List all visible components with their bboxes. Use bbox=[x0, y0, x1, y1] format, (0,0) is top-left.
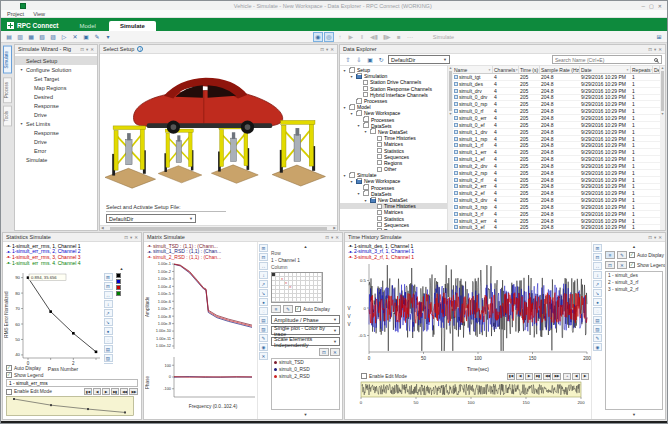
layout-icon[interactable]: ⊞ bbox=[654, 32, 664, 42]
transport-button[interactable]: ◀ bbox=[572, 373, 580, 380]
open-icon[interactable]: ▥ bbox=[15, 32, 25, 42]
column-header-channels[interactable]: Channels▼ bbox=[493, 66, 519, 73]
save-icon[interactable]: ▤ bbox=[4, 32, 14, 42]
cut-icon[interactable]: ✕ bbox=[70, 32, 80, 42]
trace-list-item[interactable]: simult_0_RSD bbox=[272, 366, 339, 373]
collapse-up-icon[interactable]: ▲ bbox=[271, 244, 340, 249]
tool-icon-9[interactable]: ▨ bbox=[104, 354, 113, 362]
tool-icon-7[interactable]: ◌ bbox=[104, 336, 113, 344]
panel-menu-icon[interactable]: ▾ bbox=[654, 235, 656, 240]
time-overview-strip[interactable]: 050100150200 bbox=[345, 381, 591, 405]
upload-icon[interactable]: ↑ bbox=[335, 32, 345, 42]
time-delete-button[interactable]: ✕ bbox=[617, 261, 627, 269]
column-header-date[interactable]: Date▼ bbox=[580, 66, 631, 73]
stats-overview-thumbnail[interactable] bbox=[6, 396, 138, 418]
panel-float-icon[interactable]: ⊡ bbox=[648, 235, 652, 240]
step-forward-icon[interactable]: ▮▶ bbox=[381, 32, 393, 42]
tool-icon-3[interactable]: ↕ bbox=[259, 271, 268, 279]
matrix-menu-button[interactable]: ≡ bbox=[271, 305, 281, 313]
tool-icon-8[interactable]: ▤ bbox=[259, 316, 268, 324]
search-input[interactable] bbox=[553, 57, 654, 63]
window-layout-icon[interactable]: ▨ bbox=[48, 32, 58, 42]
tool-icon-8[interactable]: ▤ bbox=[593, 316, 602, 324]
vertical-tab-simulate[interactable]: Simulate bbox=[3, 46, 12, 74]
menu-project[interactable]: Project bbox=[7, 11, 24, 17]
tool-icon-4[interactable]: ↗ bbox=[593, 280, 602, 288]
refresh-icon[interactable]: ↻ bbox=[376, 55, 386, 65]
panel-close-icon[interactable]: ✕ bbox=[90, 47, 94, 52]
tool-icon-11[interactable]: ◉ bbox=[259, 343, 268, 351]
tool-icon-2[interactable]: ↔ bbox=[259, 262, 268, 270]
panel-close-icon[interactable]: ✕ bbox=[335, 235, 339, 240]
transport-button[interactable]: ◀ bbox=[516, 373, 524, 380]
tool-icon-6[interactable]: ● bbox=[593, 298, 602, 306]
stats-auto-display[interactable]: ✓Auto Display bbox=[6, 365, 138, 371]
pause-icon[interactable]: ‖ bbox=[357, 32, 367, 42]
wizard-item-set-limits[interactable]: ▾Set Limits bbox=[15, 119, 97, 128]
column-header-time-s-[interactable]: Time (s)▼ bbox=[519, 66, 540, 73]
vertical-tab-process[interactable]: Process bbox=[3, 77, 12, 103]
explorer-dir-dropdown[interactable]: DefaultDir▼ bbox=[388, 55, 450, 64]
simulate-button[interactable]: Simulate bbox=[433, 34, 454, 40]
info-icon[interactable]: i bbox=[137, 46, 143, 52]
wizard-item-configure-solution[interactable]: ▾Configure Solution bbox=[15, 65, 97, 74]
transport-button[interactable]: ▶▮ bbox=[111, 388, 119, 395]
tool-icon-6[interactable]: ● bbox=[259, 298, 268, 306]
tool-icon-4[interactable]: ↗ bbox=[104, 309, 113, 317]
tool-icon-6[interactable]: ● bbox=[104, 327, 113, 335]
panel-menu-icon[interactable]: ▾ bbox=[326, 47, 328, 52]
time-trace-list[interactable]: 1 - simult_des2 - simult_3_rf3 - simult_… bbox=[605, 271, 663, 410]
trace-list-item[interactable]: 2 - simult_3_rf bbox=[606, 279, 662, 286]
trace-list-item[interactable]: 3 - simult_2_rf bbox=[606, 286, 662, 293]
color-swatch[interactable] bbox=[116, 273, 121, 278]
color-swatch[interactable] bbox=[116, 285, 121, 290]
time-copy-button[interactable]: ⊡ bbox=[605, 261, 615, 269]
stats-trace-list[interactable]: 1 - simult_err_rms bbox=[6, 379, 138, 387]
wizard-item-set-target[interactable]: Set Target bbox=[15, 74, 97, 83]
new-display-icon[interactable]: ▦ bbox=[26, 32, 36, 42]
panel-float-icon[interactable]: ⊡ bbox=[124, 235, 128, 240]
tool-icon-7[interactable]: ◌ bbox=[259, 307, 268, 315]
wizard-item-error[interactable]: Error bbox=[15, 146, 97, 155]
tool-icon-10[interactable]: ✎ bbox=[593, 334, 602, 342]
matrix-trace-list[interactable]: simult_TSDsimult_0_RSDsimult_2_RSD bbox=[271, 358, 340, 410]
panel-menu-icon[interactable]: ▾ bbox=[331, 235, 333, 240]
new-folder-icon[interactable]: ▣ bbox=[365, 55, 375, 65]
stats-show-legend[interactable]: ✓Show Legend bbox=[6, 372, 138, 378]
panel-menu-icon[interactable]: ▾ bbox=[654, 47, 656, 52]
transport-button[interactable]: ◀◀ bbox=[120, 388, 129, 395]
transport-button[interactable]: ▶ bbox=[581, 373, 589, 380]
tool-icon-10[interactable]: ✎ bbox=[259, 334, 268, 342]
wizard-item-response[interactable]: Response bbox=[15, 101, 97, 110]
time-edit-button[interactable]: ✎ bbox=[617, 251, 627, 259]
transport-button[interactable]: ▶ bbox=[525, 373, 533, 380]
tool-icon-5[interactable]: ↘ bbox=[104, 318, 113, 326]
transport-button[interactable]: ▶▮ bbox=[534, 373, 542, 380]
tool-icon-1[interactable]: ⊟ bbox=[593, 253, 602, 261]
panel-menu-icon[interactable]: ▾ bbox=[130, 235, 132, 240]
column-header-sample-rate-hz-[interactable]: Sample Rate (Hz)▼ bbox=[540, 66, 580, 73]
transport-button[interactable]: ▶▶ bbox=[129, 388, 138, 395]
tool-icon-2[interactable]: ↔ bbox=[104, 291, 113, 299]
play-icon[interactable]: ▶ bbox=[346, 32, 356, 42]
stats-chart[interactable]: 40506070809002Pass Number0.894, 35.656 bbox=[10, 266, 102, 364]
transport-button[interactable]: + bbox=[563, 373, 571, 380]
menu-view[interactable]: View bbox=[33, 11, 45, 17]
tool-icon-12[interactable]: ✕ bbox=[259, 352, 268, 360]
transport-button[interactable]: ▮◀ bbox=[84, 388, 92, 395]
tool-icon-9[interactable]: ▨ bbox=[259, 325, 268, 333]
tool-icon-4[interactable]: ↗ bbox=[259, 280, 268, 288]
tool-icon-9[interactable]: ▨ bbox=[593, 325, 602, 333]
wizard-item-desired[interactable]: Desired bbox=[15, 92, 97, 101]
panel-float-icon[interactable]: ⊡ bbox=[80, 47, 84, 52]
panel-close-icon[interactable]: ✕ bbox=[330, 47, 334, 52]
search-box[interactable] bbox=[552, 55, 662, 64]
table-row[interactable]: simult_3_ef4205204.89/29/2016 10:29 PM1 bbox=[453, 225, 660, 230]
more-options-icon[interactable]: ⋯ bbox=[405, 32, 415, 42]
collapse-down-icon[interactable]: ▼ bbox=[605, 412, 663, 417]
wizard-item-select-setup[interactable]: Select Setup bbox=[15, 56, 97, 65]
tool-icon-3[interactable]: ↕ bbox=[104, 300, 113, 308]
trace-list-item[interactable]: simult_TSD bbox=[272, 359, 339, 366]
wizard-item-drive[interactable]: Drive bbox=[15, 137, 97, 146]
matrix-phase-chart[interactable]: 1000-100Frequency (0.0..102.4) bbox=[151, 353, 257, 411]
